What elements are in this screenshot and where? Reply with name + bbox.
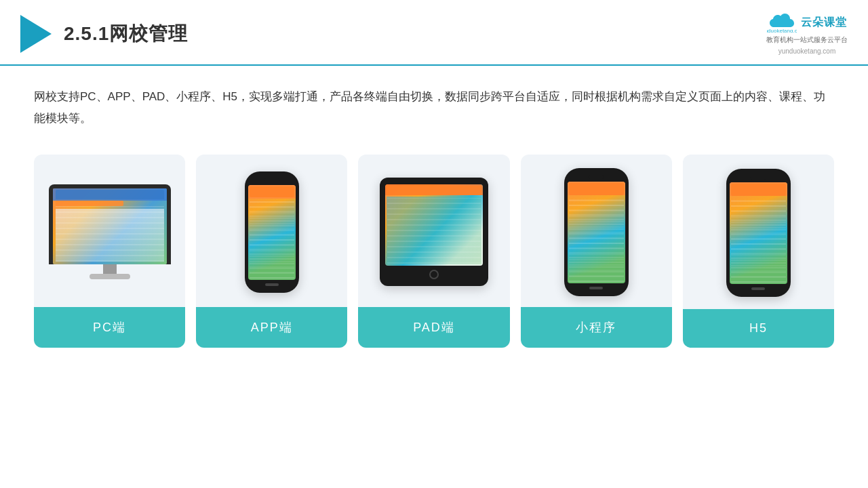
h5-phone-icon [726, 169, 791, 297]
cloud-logo-icon: yunduoketang.com [767, 12, 797, 33]
card-pad: PAD端 [358, 155, 509, 348]
brand-name-text: 云朵课堂 [801, 16, 847, 30]
card-h5-image [683, 155, 834, 309]
card-app: APP端 [196, 155, 347, 348]
card-pc-image [34, 155, 185, 307]
main-content: 网校支持PC、APP、PAD、小程序、H5，实现多端打通，产品各终端自由切换，数… [0, 66, 868, 361]
header-left: 2.5.1网校管理 [20, 15, 188, 53]
svg-text:yunduoketang.com: yunduoketang.com [767, 28, 797, 33]
card-miniprogram-label: 小程序 [521, 307, 672, 348]
page-header: 2.5.1网校管理 yunduoketang.com 云朵课堂 教育机构一站式服… [0, 0, 868, 66]
brand-area: yunduoketang.com 云朵课堂 教育机构一站式服务云平台 yundu… [766, 12, 848, 55]
card-miniprogram: 小程序 [521, 155, 672, 348]
card-pc-label: PC端 [34, 307, 185, 348]
brand-tagline: 教育机构一站式服务云平台 [766, 35, 848, 45]
card-pc: PC端 [34, 155, 185, 348]
brand-logo: yunduoketang.com 云朵课堂 [767, 12, 847, 33]
page-title: 2.5.1网校管理 [64, 21, 188, 47]
card-h5: H5 [683, 155, 834, 348]
brand-url: yunduoketang.com [778, 47, 836, 55]
card-app-label: APP端 [196, 307, 347, 348]
app-phone-icon [245, 171, 299, 293]
miniprogram-phone-icon [564, 168, 629, 296]
card-h5-label: H5 [683, 309, 834, 348]
card-app-image [196, 155, 347, 307]
logo-triangle-icon [20, 15, 52, 53]
cards-container: PC端 APP端 [34, 155, 834, 348]
pad-tablet-icon [380, 178, 488, 286]
card-miniprogram-image [521, 155, 672, 307]
description-text: 网校支持PC、APP、PAD、小程序、H5，实现多端打通，产品各终端自由切换，数… [34, 86, 834, 130]
pc-monitor-icon [49, 184, 171, 279]
card-pad-image [358, 155, 509, 307]
card-pad-label: PAD端 [358, 307, 509, 348]
